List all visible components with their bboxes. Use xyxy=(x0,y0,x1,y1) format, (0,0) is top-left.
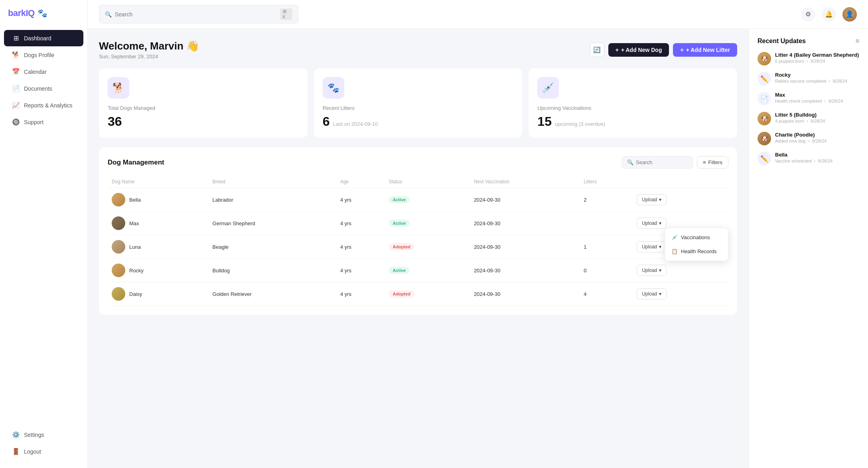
sidebar-item-calendar[interactable]: 📅 Calendar xyxy=(4,63,83,80)
sidebar-item-dogs-profile[interactable]: 🐕 Dogs Profile xyxy=(4,47,83,63)
dog-avatar-bella xyxy=(112,193,125,206)
sidebar-item-label: Dashboard xyxy=(24,35,51,42)
update-sub: Added new dog • 9/28/24 xyxy=(775,139,859,143)
cell-age: 4 yrs xyxy=(336,212,385,235)
upload-button-rocky[interactable]: Upload ▾ xyxy=(637,265,667,276)
cell-dog-name: Luna xyxy=(108,235,209,259)
nav-items: ⊞ Dashboard 🐕 Dogs Profile 📅 Calendar 📄 … xyxy=(0,30,87,131)
dashboard-icon: ⊞ xyxy=(12,34,20,42)
update-title: Charlie (Poodle) xyxy=(775,132,859,138)
update-title: Rocky xyxy=(775,72,859,78)
search-box[interactable]: 🔍 ⌘ K xyxy=(99,5,298,24)
notifications-button[interactable]: 🔔 xyxy=(822,7,836,22)
update-title: Litter 5 (Bulldog) xyxy=(775,112,859,118)
cell-breed: Bulldog xyxy=(209,259,336,282)
dog-mgmt-header: Dog Management 🔍 ≡ Filters xyxy=(108,156,728,169)
filter-icon: ≡ xyxy=(703,159,706,165)
add-new-litter-button[interactable]: + + Add New Litter xyxy=(673,43,737,57)
search-input[interactable] xyxy=(115,11,277,18)
table-row: Daisy Golden Retriever 4 yrs Adopted 202… xyxy=(108,282,728,306)
user-avatar[interactable]: 👤 xyxy=(842,7,857,22)
logo-text: bark xyxy=(8,8,26,18)
documents-icon: 📄 xyxy=(12,85,20,92)
dogs-profile-icon: 🐕 xyxy=(12,51,20,59)
vaccinations-icon: 💉 xyxy=(671,234,678,240)
recent-updates-title: Recent Updates xyxy=(758,38,806,45)
support-icon: 🔘 xyxy=(12,118,20,126)
update-sub: 4 puppies born • 9/28/24 xyxy=(775,119,859,123)
sidebar-item-support[interactable]: 🔘 Support xyxy=(4,114,83,130)
cell-status: Adopted xyxy=(385,282,470,306)
add-dog-label: + Add New Dog xyxy=(621,47,662,53)
table-row: Luna Beagle 4 yrs Adopted 2024-09-30 1 U… xyxy=(108,235,728,259)
status-badge: Adopted xyxy=(389,243,414,250)
chevron-down-icon: ▾ xyxy=(659,220,661,226)
dropdown-item-label: Health Records xyxy=(681,248,717,254)
sidebar-item-documents[interactable]: 📄 Documents xyxy=(4,80,83,97)
stat-label-vaccinations: Upcoming Vaccinations xyxy=(537,105,728,111)
update-sub: Rabies vaccine completed • 9/28/24 xyxy=(775,79,859,83)
stat-card-recent-litters: 🐾 Recent Litters 6 Last on 2024-09-10 xyxy=(314,68,523,138)
app-logo[interactable]: barkIQ 🐾 xyxy=(0,8,87,30)
dash-actions: 🔄 + + Add New Dog + + Add New Litter xyxy=(590,43,737,57)
cell-age: 4 yrs xyxy=(336,235,385,259)
sidebar-item-reports-analytics[interactable]: 📈 Reports & Analytics xyxy=(4,97,83,113)
dog-search-input[interactable] xyxy=(636,159,688,165)
stat-value-litters: 6 xyxy=(323,114,330,129)
dog-name-text: Daisy xyxy=(129,291,142,297)
cell-age: 4 yrs xyxy=(336,282,385,306)
sidebar-item-logout[interactable]: 🚪 Logout xyxy=(4,443,83,460)
update-icon-rocky: ✏️ xyxy=(758,72,771,85)
health-records-icon: 📋 xyxy=(671,248,678,254)
upload-button-luna[interactable]: Upload ▾ xyxy=(637,241,667,252)
main-area: 🔍 ⌘ K ⚙ 🔔 👤 Welcome, Marvin 👋 Sun, Septe… xyxy=(88,0,868,468)
filter-button[interactable]: ≡ Filters xyxy=(697,156,728,169)
dropdown-item-health-records[interactable]: 📋 Health Records xyxy=(665,244,728,258)
upload-button-max[interactable]: Upload ▾ xyxy=(637,218,667,229)
refresh-button[interactable]: 🔄 xyxy=(590,43,604,57)
cell-breed: Beagle xyxy=(209,235,336,259)
table-header-row: Dog Name Breed Age Status Next Vaccinati… xyxy=(108,176,728,188)
dog-name-text: Rocky xyxy=(129,268,144,274)
dog-search-box[interactable]: 🔍 xyxy=(622,156,693,169)
upload-dropdown: 💉 Vaccinations 📋 Health Records xyxy=(665,228,728,261)
update-content: Rocky Rabies vaccine completed • 9/28/24 xyxy=(775,72,859,83)
dog-management-panel: Dog Management 🔍 ≡ Filters xyxy=(99,147,737,315)
upload-button-bella[interactable]: Upload ▾ xyxy=(637,194,667,205)
table-row: Max German Shepherd 4 yrs Active 2024-09… xyxy=(108,212,728,235)
sidebar-item-settings[interactable]: ⚙️ Settings xyxy=(4,426,83,443)
dropdown-item-vaccinations[interactable]: 💉 Vaccinations xyxy=(665,230,728,244)
dashboard-header: Welcome, Marvin 👋 Sun, September 29, 202… xyxy=(99,40,737,59)
add-new-dog-button[interactable]: + + Add New Dog xyxy=(608,43,669,57)
dog-mgmt-title: Dog Management xyxy=(108,159,164,167)
col-status: Status xyxy=(385,176,470,188)
cell-next-vax: 2024-09-30 xyxy=(470,282,580,306)
cell-upload: Upload ▾ 💉 Vaccinations 📋 xyxy=(633,212,728,235)
dog-name-text: Max xyxy=(129,220,139,226)
dog-mgmt-actions: 🔍 ≡ Filters xyxy=(622,156,728,169)
status-badge: Active xyxy=(389,196,410,203)
update-content: Charlie (Poodle) Added new dog • 9/28/24 xyxy=(775,132,859,143)
stat-icon-litters: 🐾 xyxy=(323,77,344,99)
upload-button-daisy[interactable]: Upload ▾ xyxy=(637,288,667,299)
cell-dog-name: Max xyxy=(108,212,209,235)
sidebar-item-label: Calendar xyxy=(24,69,47,75)
update-content: Litter 5 (Bulldog) 4 puppies born • 9/28… xyxy=(775,112,859,123)
update-content: Litter 4 (Bailey German Shepherd) 6 pupp… xyxy=(775,52,859,63)
center-panel: Welcome, Marvin 👋 Sun, September 29, 202… xyxy=(88,29,748,468)
sidebar: barkIQ 🐾 ⊞ Dashboard 🐕 Dogs Profile 📅 Ca… xyxy=(0,0,88,468)
sidebar-item-label: Reports & Analytics xyxy=(24,102,72,109)
stat-label-dogs: Total Dogs Managed xyxy=(108,105,299,111)
right-panel: Recent Updates ≡ 🐶 Litter 4 (Bailey Germ… xyxy=(748,29,868,468)
cell-next-vax: 2024-09-30 xyxy=(470,188,580,212)
cell-breed: German Shepherd xyxy=(209,212,336,235)
cell-upload: Upload ▾ xyxy=(633,282,728,306)
recent-updates-filter-icon[interactable]: ≡ xyxy=(856,38,859,45)
col-action xyxy=(633,176,728,188)
sidebar-item-dashboard[interactable]: ⊞ Dashboard xyxy=(4,30,83,46)
col-litters: Litters xyxy=(580,176,633,188)
cell-litters: 2 xyxy=(580,188,633,212)
update-avatar-litter4: 🐶 xyxy=(758,52,771,65)
table-body: Bella Labrador 4 yrs Active 2024-09-30 2… xyxy=(108,188,728,306)
settings-button[interactable]: ⚙ xyxy=(801,7,815,22)
